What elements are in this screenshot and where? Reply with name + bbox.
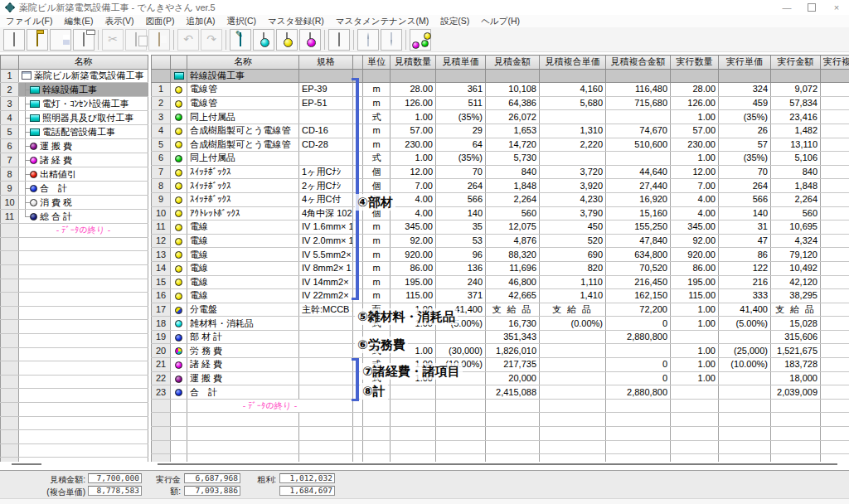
move-down-button[interactable] xyxy=(381,29,402,51)
cell-est-amount[interactable]: 64,386 xyxy=(486,96,540,110)
cell-act-comp[interactable] xyxy=(821,179,849,193)
cell-name[interactable]: 分電盤 xyxy=(187,303,299,317)
cell-est-price[interactable]: 140 xyxy=(436,206,486,220)
cell-spec[interactable] xyxy=(299,344,353,358)
row-number[interactable]: 23 xyxy=(152,385,171,400)
cell-name[interactable]: 合成樹脂製可とう電線管 xyxy=(187,124,299,138)
cell-est-comp-amount[interactable]: 72,200 xyxy=(606,303,671,317)
cell-act-comp[interactable] xyxy=(821,385,849,400)
cell-name[interactable]: 同上付属品 xyxy=(187,152,299,166)
cell-act-price[interactable]: 26 xyxy=(719,124,771,138)
menu-item-10[interactable]: ヘルプ(H) xyxy=(475,16,526,27)
group-row-cell[interactable] xyxy=(299,69,353,83)
cell-unit[interactable]: m xyxy=(363,138,391,152)
cell-est-qty[interactable]: 57.00 xyxy=(391,124,436,138)
cell-est-qty[interactable]: 126.00 xyxy=(391,96,436,110)
cell-est-comp-amount[interactable]: 70,520 xyxy=(606,261,671,275)
group-row-cell[interactable] xyxy=(719,69,771,83)
row-icon-cell[interactable] xyxy=(171,83,187,97)
row-number[interactable]: 10 xyxy=(152,206,171,220)
cell-est-amount[interactable]: 14,720 xyxy=(486,138,540,152)
column-header-name[interactable]: 名称 xyxy=(187,56,299,70)
cell-name[interactable]: ｱｳﾄﾚｯﾄﾎﾞｯｸｽ xyxy=(187,206,299,220)
cell-act-price[interactable]: (35%) xyxy=(719,152,771,166)
cell-est-comp-amount[interactable]: 47,840 xyxy=(606,234,671,248)
row-number[interactable]: 12 xyxy=(152,234,171,248)
cell-est-comp-price[interactable]: 1,110 xyxy=(540,275,606,289)
cell-est-amount[interactable]: 1,848 xyxy=(486,179,540,193)
tree-horizontal-scrollbar[interactable] xyxy=(12,463,41,465)
cell-spec[interactable]: IV 1.6mm× 1 xyxy=(299,220,353,235)
cell-act-comp[interactable] xyxy=(821,165,849,179)
cell-name[interactable]: 雑材料・消耗品 xyxy=(187,317,299,331)
cell-act-comp[interactable] xyxy=(821,289,849,303)
cell-est-amount[interactable]: 42,665 xyxy=(486,289,540,303)
row-icon-cell[interactable] xyxy=(171,234,187,248)
cell-est-comp-price[interactable]: 1,410 xyxy=(540,289,606,303)
cell-est-qty[interactable]: 28.00 xyxy=(391,83,436,97)
cell-est-price[interactable] xyxy=(436,385,486,400)
cell-spec[interactable]: IV 5.5mm2× 1 xyxy=(299,248,353,262)
cell-est-price[interactable]: 96 xyxy=(436,248,486,262)
cell-spec[interactable]: IV 2.0mm× 1 xyxy=(299,234,353,248)
column-header-spec[interactable]: 規格 xyxy=(299,56,353,70)
cell-est-comp-amount[interactable]: 634,800 xyxy=(606,248,671,262)
cell-act-amount[interactable]: 2,264 xyxy=(771,192,821,206)
move-up-button[interactable] xyxy=(357,29,379,51)
cell-name[interactable]: ｽｲｯﾁﾎﾞｯｸｽ xyxy=(187,179,299,193)
row-icon-cell[interactable] xyxy=(171,371,187,385)
row-number[interactable]: 14 xyxy=(152,261,171,275)
row-number[interactable]: 8 xyxy=(152,179,171,193)
cell-est-amount[interactable]: 4,876 xyxy=(486,234,540,248)
cell-est-comp-amount[interactable]: 216,450 xyxy=(606,275,671,289)
cell-unit[interactable]: 式 xyxy=(363,110,391,124)
row-number[interactable]: 3 xyxy=(152,110,171,124)
row-icon-cell[interactable] xyxy=(171,275,187,289)
row-number[interactable]: 2 xyxy=(152,96,171,110)
cell-act-qty[interactable]: 57.00 xyxy=(671,124,719,138)
cell-name[interactable]: 労 務 費 xyxy=(187,344,299,358)
header-blank-cell[interactable] xyxy=(152,56,171,70)
cell-act-amount[interactable]: 10,492 xyxy=(771,261,821,275)
column-header-est-comp-price[interactable]: 見積複合単価 xyxy=(540,56,606,70)
cell-act-comp[interactable] xyxy=(821,371,849,385)
cell-act-price[interactable]: (25,000) xyxy=(719,344,771,358)
cell-name[interactable]: 電線 xyxy=(187,234,299,248)
row-icon-cell[interactable] xyxy=(171,96,187,110)
cell-spec[interactable]: EP-39 xyxy=(299,83,353,97)
cell-est-qty[interactable]: 86.00 xyxy=(391,261,436,275)
cell-name[interactable]: ｽｲｯﾁﾎﾞｯｸｽ xyxy=(187,192,299,206)
cell-est-price[interactable]: 29 xyxy=(436,124,486,138)
cell-est-qty[interactable]: 4.00 xyxy=(391,192,436,206)
cell-est-price[interactable]: 136 xyxy=(436,261,486,275)
cell-est-amount[interactable]: 1,653 xyxy=(486,124,540,138)
cell-act-qty[interactable] xyxy=(671,385,719,400)
group-row-cell[interactable] xyxy=(821,69,849,83)
cell-act-comp[interactable] xyxy=(821,192,849,206)
new-button[interactable] xyxy=(3,29,25,51)
group-row-cell[interactable] xyxy=(771,69,821,83)
cell-spec[interactable]: IV 22mm2× xyxy=(299,289,353,303)
cell-act-comp[interactable] xyxy=(821,261,849,275)
cell-name[interactable]: 電線 xyxy=(187,289,299,303)
main-horizontal-scrollbar[interactable] xyxy=(158,463,837,465)
cell-est-qty[interactable]: 7.00 xyxy=(391,179,436,193)
cell-name[interactable]: 電線 xyxy=(187,275,299,289)
group-row-cell[interactable] xyxy=(363,69,391,83)
cell-act-amount[interactable]: 4,324 xyxy=(771,234,821,248)
cell-act-comp[interactable] xyxy=(821,96,849,110)
cell-est-comp-amount[interactable]: 116,480 xyxy=(606,83,671,97)
color-balls-button[interactable] xyxy=(410,29,431,51)
cell-act-price[interactable]: 264 xyxy=(719,179,771,193)
cell-est-comp-amount[interactable]: 510,600 xyxy=(606,138,671,152)
cell-name[interactable]: 電線管 xyxy=(187,83,299,97)
group-row-cell[interactable] xyxy=(606,69,671,83)
cell-est-price[interactable] xyxy=(436,330,486,344)
cell-est-amount[interactable]: 20,000 xyxy=(486,371,540,385)
cell-act-price[interactable]: 57 xyxy=(719,138,771,152)
cell-est-comp-amount[interactable]: 16,920 xyxy=(606,192,671,206)
cell-act-qty[interactable]: 92.00 xyxy=(671,234,719,248)
cell-unit[interactable]: m xyxy=(363,83,391,97)
cell-act-comp[interactable] xyxy=(821,358,849,372)
cell-act-comp[interactable] xyxy=(821,317,849,331)
